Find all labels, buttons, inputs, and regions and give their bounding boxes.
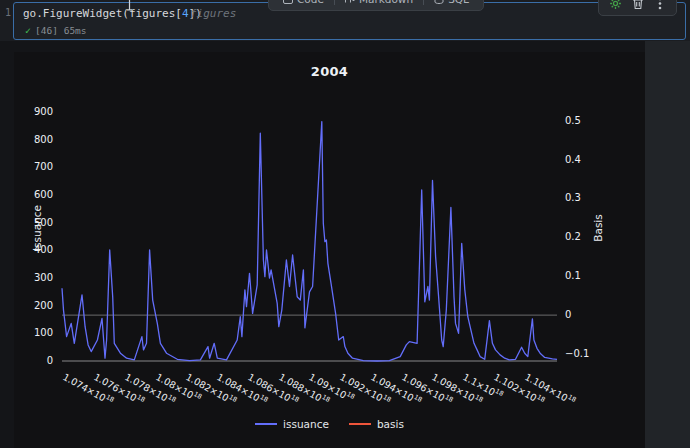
success-check-icon: ✓ (25, 25, 31, 36)
execution-count: [46] (35, 25, 58, 36)
markdown-tab-button[interactable]: Markdown (337, 0, 421, 8)
ghost-suggestion: figures (190, 7, 236, 20)
chart-title: 2004 (14, 64, 645, 79)
legend-label: issuance (283, 418, 329, 430)
legend-item-issuance[interactable]: issuance (255, 418, 329, 430)
right-ytick-label: 0.1 (565, 270, 581, 281)
markdown-tab-label: Markdown (359, 0, 413, 5)
legend-item-basis[interactable]: basis (349, 418, 404, 430)
left-ytick-label: 0 (19, 355, 53, 366)
text-cursor-ibeam (125, 0, 134, 11)
left-ytick-label: 200 (19, 300, 53, 311)
more-kebab-icon[interactable] (653, 0, 666, 10)
right-ytick-label: 0.2 (565, 231, 581, 242)
code-text: go.FigureWidget(figures[4]) (23, 7, 202, 20)
code-icon (283, 0, 293, 4)
page-background-strip (645, 41, 690, 448)
code-before: go.FigureWidget(figures[ (23, 7, 182, 20)
left-ytick-label: 700 (19, 161, 53, 172)
left-ytick-label: 100 (19, 327, 53, 338)
sql-tab-button[interactable]: SQL (426, 0, 477, 8)
chart-legend: issuancebasis (14, 418, 645, 430)
sql-tab-label: SQL (448, 0, 469, 5)
code-tab-button[interactable]: Code (275, 0, 332, 8)
right-ytick-label: 0.3 (565, 192, 581, 203)
database-icon (434, 0, 444, 4)
legend-label: basis (377, 418, 404, 430)
right-axis-title: Basis (592, 214, 604, 242)
left-ytick-label: 600 (19, 189, 53, 200)
left-ytick-label: 500 (19, 217, 53, 228)
left-ytick-label: 300 (19, 272, 53, 283)
plotly-chart[interactable]: 2004 Issuance Basis 01002003004005006007… (14, 52, 645, 448)
toolbar-divider (423, 0, 424, 5)
right-ytick-label: 0 (565, 309, 571, 320)
delete-trash-icon[interactable] (631, 0, 644, 10)
cell-type-toolbar: Code Markdown SQL (268, 0, 484, 11)
left-ytick-label: 900 (19, 106, 53, 117)
left-ytick-label: 400 (19, 244, 53, 255)
code-tab-label: Code (297, 0, 324, 5)
code-index: 4 (182, 7, 189, 20)
execution-time: 65ms (64, 25, 87, 36)
cell-action-toolbar (598, 0, 677, 16)
toolbar-divider (334, 0, 335, 5)
left-ytick-label: 800 (19, 134, 53, 145)
cell-output: 2004 Issuance Basis 01002003004005006007… (0, 41, 645, 448)
legend-swatch (349, 423, 371, 425)
settings-gear-icon[interactable] (609, 0, 622, 10)
markdown-icon (345, 0, 355, 4)
legend-swatch (255, 423, 277, 425)
right-ytick-label: −0.1 (565, 348, 589, 359)
execution-status: ✓[46] 65ms (25, 25, 87, 36)
notebook-screen: 1 go.FigureWidget(figures[4]) figures ✓[… (0, 0, 690, 448)
right-ytick-label: 0.4 (565, 154, 581, 165)
right-ytick-label: 0.5 (565, 115, 581, 126)
line-number: 1 (0, 7, 11, 18)
issuance-line[interactable] (62, 122, 557, 361)
